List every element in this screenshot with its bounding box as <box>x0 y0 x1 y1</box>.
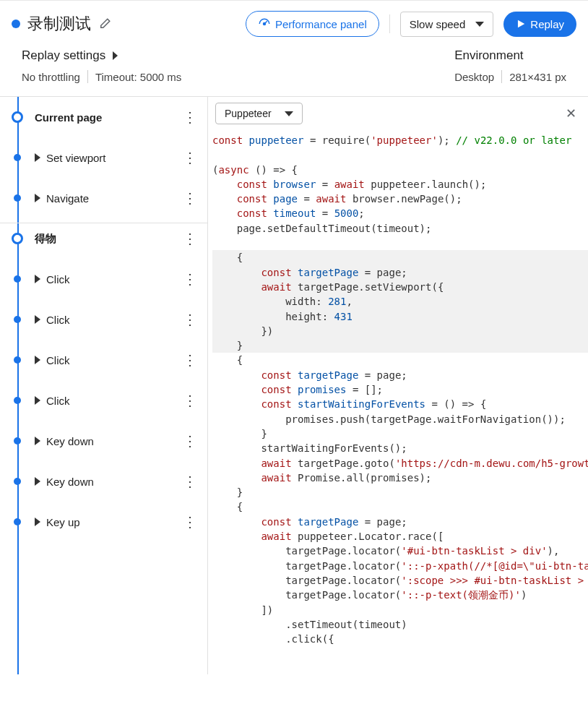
step-menu-icon[interactable]: ⋮ <box>180 393 200 408</box>
disclosure-icon[interactable] <box>35 356 40 364</box>
environment-heading: Environment <box>454 48 566 63</box>
step-menu-icon[interactable]: ⋮ <box>180 434 200 448</box>
step-marker <box>0 518 35 525</box>
step-row[interactable]: Click⋮ <box>0 299 207 340</box>
replay-speed-label: Slow speed <box>410 18 466 30</box>
step-row[interactable]: Current page⋮ <box>0 97 207 137</box>
step-menu-icon[interactable]: ⋮ <box>180 191 200 205</box>
disclosure-icon[interactable] <box>35 518 40 526</box>
divider <box>87 70 88 83</box>
code-block: const puppeteer = require('puppeteer'); … <box>208 130 588 674</box>
step-row[interactable]: Navigate⋮ <box>0 178 207 218</box>
replay-speed-select[interactable]: Slow speed <box>400 12 494 37</box>
performance-panel-label: Performance panel <box>275 18 367 30</box>
replay-settings-values: No throttling Timeout: 5000 ms <box>22 70 181 83</box>
step-label: Key down <box>46 476 94 488</box>
divider <box>389 14 390 33</box>
step-menu-icon[interactable]: ⋮ <box>180 110 200 124</box>
step-body: Key down <box>35 435 180 447</box>
close-icon[interactable]: ✕ <box>561 106 581 121</box>
step-menu-icon[interactable]: ⋮ <box>180 231 200 246</box>
environment-settings: Environment Desktop 281×431 px <box>454 48 566 83</box>
step-body: 得物 <box>35 232 180 246</box>
step-body: Click <box>35 273 180 286</box>
replay-button-label: Replay <box>530 18 564 30</box>
step-label: Current page <box>35 111 102 124</box>
disclosure-icon[interactable] <box>35 437 40 445</box>
step-marker <box>0 316 35 323</box>
step-row[interactable]: Click⋮ <box>0 340 207 380</box>
step-marker <box>0 437 35 445</box>
step-body: Click <box>35 354 180 366</box>
play-icon <box>516 19 526 29</box>
step-marker <box>0 478 35 485</box>
step-marker <box>0 154 35 161</box>
step-marker <box>0 275 35 283</box>
step-body: Current page <box>35 111 180 124</box>
step-menu-icon[interactable]: ⋮ <box>180 150 200 165</box>
step-label: Key down <box>46 435 94 447</box>
step-menu-icon[interactable]: ⋮ <box>180 353 200 367</box>
performance-panel-button[interactable]: Performance panel <box>246 11 379 37</box>
step-row[interactable]: Key up⋮ <box>0 502 207 542</box>
disclosure-icon[interactable] <box>35 194 40 202</box>
replay-settings: Replay settings No throttling Timeout: 5… <box>22 48 181 83</box>
framework-select[interactable]: Puppeteer <box>215 103 303 124</box>
recording-status-dot <box>12 20 20 28</box>
header-right: Performance panel Slow speed Replay <box>246 11 576 37</box>
chevron-right-icon <box>113 51 118 60</box>
step-menu-icon[interactable]: ⋮ <box>180 312 200 327</box>
step-marker <box>0 356 35 364</box>
step-marker <box>0 397 35 404</box>
svg-point-0 <box>263 23 265 25</box>
step-row[interactable]: Click⋮ <box>0 259 207 299</box>
steps-panel: Current page⋮Set viewport⋮Navigate⋮得物⋮Cl… <box>0 97 208 674</box>
timeout-value: Timeout: 5000 ms <box>95 71 182 83</box>
step-row[interactable]: Set viewport⋮ <box>0 137 207 178</box>
disclosure-icon[interactable] <box>35 477 40 486</box>
chevron-down-icon <box>475 22 484 27</box>
step-marker-section <box>0 233 35 244</box>
step-menu-icon[interactable]: ⋮ <box>180 272 200 286</box>
step-body: Click <box>35 314 180 326</box>
step-body: Set viewport <box>35 152 180 164</box>
step-marker-section <box>0 111 35 123</box>
header-left: 录制测试 <box>12 13 111 35</box>
disclosure-icon[interactable] <box>35 396 40 405</box>
step-row[interactable]: Click⋮ <box>0 380 207 421</box>
step-label: Click <box>46 314 70 326</box>
chevron-down-icon <box>285 111 293 116</box>
step-row[interactable]: 得物⋮ <box>0 218 207 259</box>
environment-values: Desktop 281×431 px <box>454 70 566 83</box>
section-divider <box>0 223 207 224</box>
step-menu-icon[interactable]: ⋮ <box>180 474 200 489</box>
step-label: Key up <box>46 516 80 528</box>
divider <box>501 70 502 83</box>
step-row[interactable]: Key down⋮ <box>0 461 207 502</box>
step-label: Set viewport <box>46 152 106 164</box>
timeline-line <box>17 97 19 674</box>
step-menu-icon[interactable]: ⋮ <box>180 515 200 529</box>
gauge-icon <box>258 17 271 30</box>
disclosure-icon[interactable] <box>35 275 40 283</box>
recording-header: 录制测试 Performance panel Slow speed Replay <box>0 0 588 48</box>
step-label: Click <box>46 354 70 366</box>
step-marker <box>0 194 35 202</box>
disclosure-icon[interactable] <box>35 153 40 162</box>
step-body: Key up <box>35 516 180 528</box>
throttle-value: No throttling <box>22 71 80 83</box>
code-toolbar: Puppeteer ✕ <box>208 97 588 130</box>
disclosure-icon[interactable] <box>35 315 40 324</box>
edit-icon[interactable] <box>98 17 111 30</box>
device-value: Desktop <box>454 71 494 83</box>
settings-row: Replay settings No throttling Timeout: 5… <box>0 48 588 96</box>
step-label: Click <box>46 395 70 407</box>
replay-button[interactable]: Replay <box>503 12 576 37</box>
step-label: Navigate <box>46 192 89 205</box>
step-row[interactable]: Key down⋮ <box>0 421 207 461</box>
framework-label: Puppeteer <box>225 108 272 119</box>
replay-settings-label: Replay settings <box>22 48 105 63</box>
replay-settings-heading[interactable]: Replay settings <box>22 48 181 63</box>
viewport-value: 281×431 px <box>509 71 566 83</box>
step-body: Navigate <box>35 192 180 205</box>
